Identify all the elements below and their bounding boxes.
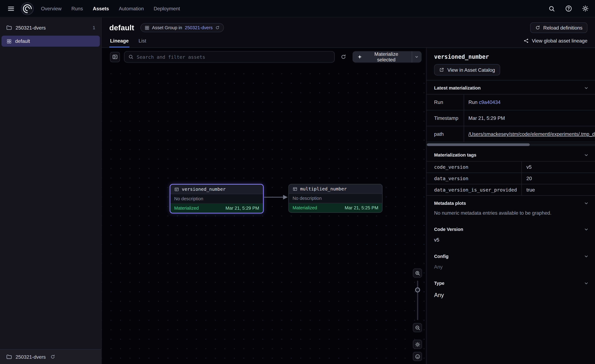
- sidebar-footer-label: 250321-dvers: [16, 354, 46, 360]
- config-value: Any: [426, 262, 595, 276]
- asset-search-box[interactable]: [124, 51, 334, 63]
- view-in-asset-catalog-button[interactable]: View in Asset Catalog: [434, 64, 500, 76]
- refresh-graph-button[interactable]: [339, 52, 348, 62]
- table-row: Run Run c9a40434: [426, 94, 595, 110]
- section-materialization-tags[interactable]: Materialization tags: [426, 147, 595, 161]
- reload-definitions-button[interactable]: Reload definitions: [530, 22, 587, 33]
- hamburger-menu-button[interactable]: [5, 3, 17, 14]
- materialization-time: Mar 21, 5:25 PM: [345, 205, 378, 210]
- nav-item-deployment[interactable]: Deployment: [154, 6, 180, 11]
- chevron-down-icon: [415, 55, 419, 59]
- nav-links: Overview Runs Assets Automation Deployme…: [41, 6, 180, 11]
- metadata-plots-empty-text: No numeric metadata entries available to…: [426, 209, 595, 222]
- run-id-link[interactable]: c9a40434: [479, 99, 501, 105]
- table-icon: [292, 186, 298, 191]
- path-link[interactable]: /Users/smackesey/stm/code/elementl/exper…: [468, 131, 595, 137]
- gear-icon: [581, 5, 589, 12]
- asset-node-status-row: Materialized Mar 21, 5:29 PM: [170, 203, 263, 213]
- search-icon: [128, 54, 134, 60]
- section-latest-materialization[interactable]: Latest materialization: [426, 80, 595, 94]
- sidebar-footer-repo[interactable]: 250321-dvers: [0, 349, 101, 364]
- graph-settings-button[interactable]: [413, 340, 422, 349]
- sidebar-group-count: 1: [93, 25, 95, 30]
- asset-groups-sidebar: 250321-dvers 1 default 250321-dvers: [0, 17, 102, 364]
- dagster-logo[interactable]: [21, 2, 34, 15]
- settings-button[interactable]: [581, 4, 590, 13]
- sidebar-group-header[interactable]: 250321-dvers 1: [0, 21, 101, 35]
- type-value: Any: [426, 289, 595, 304]
- zoom-slider-track: [417, 280, 418, 320]
- table-row: code_version v5: [426, 161, 595, 173]
- help-button[interactable]: [564, 4, 573, 13]
- code-version-value: v5: [426, 235, 595, 249]
- nav-item-assets[interactable]: Assets: [93, 6, 109, 11]
- nav-item-automation[interactable]: Automation: [119, 6, 144, 11]
- nav-item-runs[interactable]: Runs: [71, 6, 83, 11]
- asset-group-icon: [7, 38, 12, 44]
- sidebar-item-label: default: [15, 38, 30, 44]
- asset-node-header: versioned_number: [170, 185, 263, 194]
- chevron-down-icon: [584, 254, 589, 259]
- zoom-slider[interactable]: [413, 280, 422, 320]
- asset-node-multiplied-number[interactable]: multiplied_number No description Materia…: [288, 184, 382, 213]
- table-row: Timestamp Mar 21, 5:29 PM: [426, 110, 595, 126]
- hamburger-icon: [7, 5, 15, 12]
- external-link-icon: [439, 67, 444, 72]
- zoom-controls: [413, 269, 422, 361]
- help-icon: [565, 5, 572, 12]
- zoom-in-button[interactable]: [413, 269, 422, 278]
- tab-lineage[interactable]: Lineage: [109, 38, 129, 48]
- asset-node-header: multiplied_number: [289, 184, 382, 194]
- nav-item-overview[interactable]: Overview: [41, 6, 62, 11]
- table-horizontal-scrollbar[interactable]: [426, 143, 595, 146]
- tab-list[interactable]: List: [138, 38, 147, 48]
- table-row: data_version_is_user_provided true: [426, 184, 595, 196]
- asset-node-description: No description: [170, 194, 263, 204]
- asset-group-icon: [144, 25, 149, 30]
- asset-search-input[interactable]: [137, 54, 330, 60]
- chevron-down-icon: [584, 280, 589, 286]
- refresh-icon[interactable]: [215, 25, 220, 30]
- folder-icon: [6, 25, 12, 31]
- lineage-edge-arrow: [264, 184, 289, 210]
- sparkle-icon: [357, 54, 362, 60]
- asset-detail-title: versioned_number: [426, 48, 595, 60]
- chevron-down-icon: [584, 85, 589, 91]
- refresh-icon: [340, 54, 347, 60]
- section-type[interactable]: Type: [426, 276, 595, 289]
- panel-toggle-icon: [112, 54, 118, 60]
- asset-node-status-row: Materialized Mar 21, 5:25 PM: [289, 203, 382, 212]
- folder-icon: [6, 354, 12, 360]
- zoom-out-button[interactable]: [413, 323, 422, 332]
- asset-node-description: No description: [289, 194, 382, 203]
- asset-details-panel: versioned_number View in Asset Catalog L…: [426, 48, 595, 364]
- feedback-button[interactable]: [413, 352, 422, 361]
- chevron-down-icon: [584, 201, 589, 206]
- section-config[interactable]: Config: [426, 249, 595, 262]
- smiley-icon: [415, 354, 420, 359]
- materialize-selected-button[interactable]: Materialize selected: [353, 51, 412, 63]
- zoom-slider-handle[interactable]: [415, 287, 420, 293]
- materialize-split-button: Materialize selected: [353, 51, 422, 63]
- lineage-toolbar: Materialize selected: [102, 48, 426, 66]
- sidebar-group-name: 250321-dvers: [16, 25, 46, 30]
- refresh-icon[interactable]: [50, 354, 55, 359]
- main-content: default Asset Group in 250321-dvers Relo…: [102, 17, 595, 364]
- section-metadata-plots[interactable]: Metadata plots: [426, 196, 595, 209]
- view-global-lineage-link[interactable]: View global asset lineage: [523, 38, 587, 48]
- table-icon: [174, 187, 179, 192]
- status-badge: Materialized: [292, 205, 317, 210]
- badge-group-link[interactable]: 250321-dvers: [185, 25, 212, 30]
- page-header: default Asset Group in 250321-dvers Relo…: [102, 17, 595, 48]
- materialize-dropdown-button[interactable]: [412, 51, 421, 63]
- sidebar-item-default[interactable]: default: [1, 36, 100, 47]
- asset-node-versioned-number[interactable]: versioned_number No description Material…: [170, 184, 264, 213]
- toggle-sidebar-panel-button[interactable]: [110, 52, 120, 62]
- search-button[interactable]: [547, 4, 556, 13]
- badge-prefix: Asset Group in: [152, 25, 182, 30]
- chevron-down-icon: [584, 227, 589, 232]
- section-code-version[interactable]: Code Version: [426, 222, 595, 235]
- lineage-canvas[interactable]: versioned_number No description Material…: [102, 66, 426, 364]
- asset-group-badge: Asset Group in 250321-dvers: [140, 23, 224, 32]
- scrollbar-thumb[interactable]: [427, 143, 530, 146]
